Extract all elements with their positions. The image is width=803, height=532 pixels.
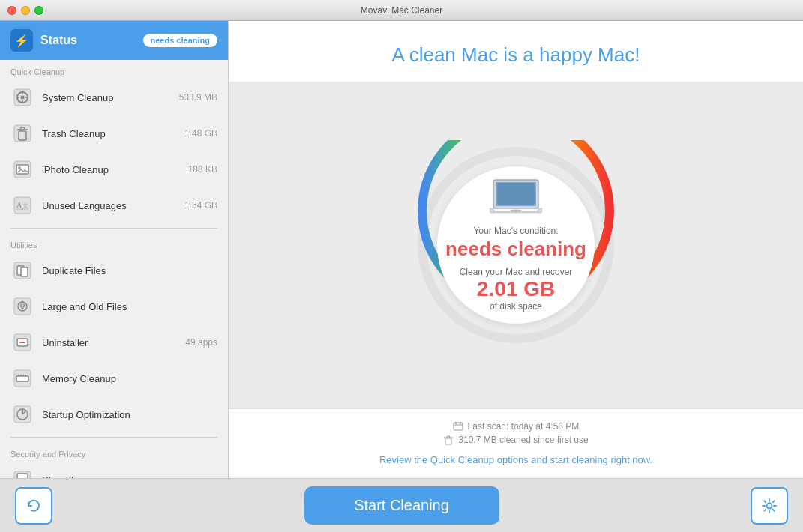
sidebar-item-shredder[interactable]: Shredder: [0, 462, 228, 478]
gauge-area: Your Mac's condition: needs cleaning Cle…: [229, 82, 803, 408]
svg-line-11: [24, 127, 25, 130]
iphoto-cleanup-icon: [10, 157, 34, 181]
disk-space-label: of disk space: [490, 301, 542, 312]
sidebar-content: Quick Cleanup System Cleanup 533.9 MB: [0, 60, 228, 478]
trash-cleanup-label: Trash Cleanup: [42, 128, 177, 139]
uninstaller-value: 49 apps: [185, 337, 217, 348]
svg-point-2: [21, 96, 25, 100]
unused-languages-label: Unused Languages: [42, 200, 177, 211]
trash-small-icon: [443, 435, 454, 445]
sidebar-item-startup-optimization[interactable]: Startup Optimization: [0, 396, 228, 432]
window-controls[interactable]: [7, 6, 43, 15]
status-badge: needs cleaning: [143, 34, 217, 47]
svg-point-25: [22, 301, 24, 303]
sidebar-item-iphoto-cleanup[interactable]: iPhoto Cleanup 188 KB: [0, 151, 228, 187]
bottom-toolbar: Start Cleaning: [0, 478, 803, 532]
settings-button[interactable]: [751, 487, 788, 525]
sidebar-header-left: ⚡ Status: [10, 29, 77, 52]
memory-cleanup-label: Memory Cleanup: [42, 373, 210, 384]
start-cleaning-button[interactable]: Start Cleaning: [304, 486, 499, 525]
cleaned-since-text: 310.7 MB cleaned since first use: [458, 435, 588, 445]
svg-rect-30: [16, 376, 28, 381]
iphoto-cleanup-label: iPhoto Cleanup: [42, 164, 181, 175]
iphoto-cleanup-value: 188 KB: [188, 164, 217, 175]
gear-icon: [761, 498, 778, 514]
app-title: Movavi Mac Cleaner: [361, 5, 442, 16]
duplicate-files-icon: [10, 259, 34, 282]
trash-cleanup-icon: [10, 121, 34, 145]
main-top: A clean Mac is a happy Mac!: [229, 21, 803, 82]
refresh-icon: [25, 498, 42, 514]
svg-line-60: [450, 436, 451, 438]
mac-laptop-icon: [490, 178, 542, 220]
info-section: Last scan: today at 4:58 PM 310.7 MB cle…: [229, 408, 803, 478]
minimize-button[interactable]: [21, 6, 30, 15]
svg-point-15: [18, 166, 21, 169]
large-old-files-icon: [10, 294, 34, 318]
sidebar-item-system-cleanup[interactable]: System Cleanup 533.9 MB: [0, 79, 228, 115]
svg-line-59: [447, 436, 448, 438]
cleaned-info: 310.7 MB cleaned since first use: [244, 435, 788, 445]
divider-2: [10, 437, 217, 438]
large-old-files-label: Large and Old Files: [42, 301, 210, 312]
unused-languages-icon: A 文: [10, 193, 34, 217]
sidebar-item-large-old-files[interactable]: Large and Old Files: [0, 288, 228, 324]
startup-optimization-label: Startup Optimization: [42, 409, 210, 420]
trash-cleanup-value: 1.48 GB: [184, 128, 217, 139]
svg-rect-57: [445, 438, 451, 444]
main-content: A clean Mac is a happy Mac!: [229, 21, 803, 478]
unused-languages-value: 1.54 GB: [184, 200, 217, 211]
svg-point-52: [510, 210, 522, 212]
recover-label: Clean your Mac and recover: [460, 267, 573, 277]
uninstaller-icon: [10, 330, 34, 354]
memory-cleanup-icon: [10, 366, 34, 390]
maximize-button[interactable]: [34, 6, 43, 15]
sidebar-item-unused-languages[interactable]: A 文 Unused Languages 1.54 GB: [0, 187, 228, 223]
refresh-button[interactable]: [15, 487, 52, 525]
sidebar-item-uninstaller[interactable]: Uninstaller 49 apps: [0, 324, 228, 360]
sidebar-item-trash-cleanup[interactable]: Trash Cleanup 1.48 GB: [0, 115, 228, 151]
sidebar: ⚡ Status needs cleaning Quick Cleanup: [0, 21, 229, 478]
svg-point-62: [767, 503, 772, 508]
close-button[interactable]: [7, 6, 16, 15]
quick-cleanup-label: Quick Cleanup: [0, 60, 228, 79]
svg-rect-51: [497, 183, 535, 205]
startup-optimization-icon: [10, 402, 34, 426]
sidebar-item-memory-cleanup[interactable]: Memory Cleanup: [0, 360, 228, 396]
gauge-inner: Your Mac's condition: needs cleaning Cle…: [437, 166, 595, 324]
condition-value: needs cleaning: [445, 238, 586, 261]
app-body: ⚡ Status needs cleaning Quick Cleanup: [0, 21, 803, 478]
recover-size: 2.01 GB: [477, 277, 555, 301]
utilities-label: Utilities: [0, 233, 228, 253]
scan-info: Last scan: today at 4:58 PM: [244, 421, 788, 432]
condition-label: Your Mac's condition:: [473, 226, 558, 236]
svg-text:文: 文: [22, 202, 28, 209]
svg-text:A: A: [16, 201, 22, 209]
sidebar-item-duplicate-files[interactable]: Duplicate Files: [0, 253, 228, 288]
uninstaller-label: Uninstaller: [42, 337, 178, 348]
system-cleanup-label: System Cleanup: [42, 92, 172, 103]
svg-rect-53: [454, 423, 463, 430]
app-logo: ⚡: [10, 29, 33, 52]
security-privacy-label: Security and Privacy: [0, 442, 228, 462]
review-link[interactable]: Review the Quick Cleanup options and sta…: [379, 454, 652, 465]
system-cleanup-value: 533.9 MB: [179, 92, 217, 103]
titlebar: Movavi Mac Cleaner: [0, 0, 803, 21]
sidebar-header: ⚡ Status needs cleaning: [0, 21, 228, 60]
last-scan-text: Last scan: today at 4:58 PM: [468, 421, 580, 432]
gauge-container: Your Mac's condition: needs cleaning Cle…: [411, 140, 621, 350]
svg-rect-22: [21, 267, 28, 276]
system-cleanup-icon: [10, 85, 34, 109]
shredder-icon: [10, 468, 34, 478]
sidebar-status-title: Status: [40, 34, 77, 47]
duplicate-files-label: Duplicate Files: [42, 265, 210, 276]
calendar-icon: [453, 421, 463, 432]
svg-line-10: [20, 127, 21, 130]
divider-1: [10, 228, 217, 229]
headline: A clean Mac is a happy Mac!: [244, 43, 788, 67]
